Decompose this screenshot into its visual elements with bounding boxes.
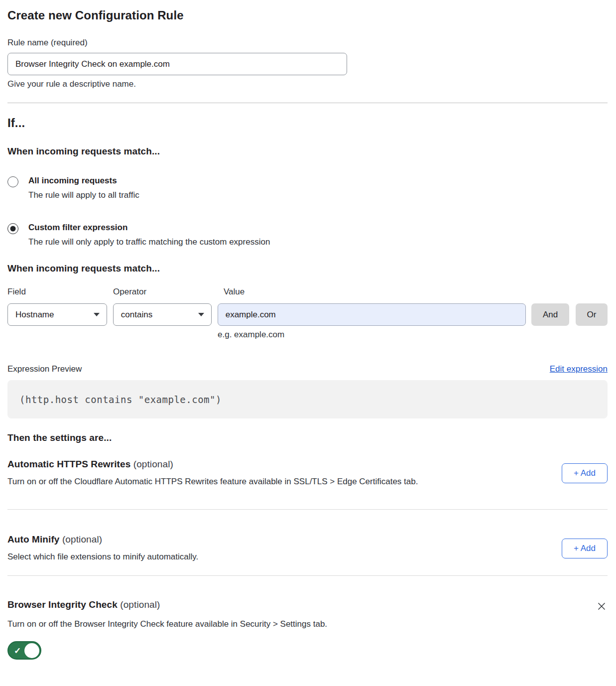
operator-select[interactable]: contains — [113, 303, 212, 326]
radio-label: All incoming requests — [28, 176, 139, 186]
setting-description: Turn on or off the Cloudflare Automatic … — [7, 476, 418, 487]
rule-name-input[interactable] — [7, 53, 347, 75]
expression-preview-header: Expression Preview Edit expression — [7, 364, 608, 374]
operator-label: Operator — [113, 287, 218, 297]
radio-label: Custom filter expression — [28, 223, 270, 233]
rule-name-group: Rule name (required) Give your rule a de… — [7, 38, 608, 89]
radio-option-custom-filter-expression[interactable]: Custom filter expression The rule will o… — [7, 223, 608, 247]
setting-section-automatic-https-rewrites: Automatic HTTPS Rewrites (optional) Turn… — [7, 459, 608, 510]
setting-title: Browser Integrity Check (optional) — [7, 599, 160, 610]
settings-heading: Then the settings are... — [7, 432, 608, 443]
section-divider — [7, 575, 608, 576]
chevron-down-icon — [94, 313, 100, 316]
close-icon — [597, 601, 607, 611]
optional-tag: (optional) — [62, 534, 102, 545]
add-auto-minify-button[interactable]: + Add — [562, 539, 608, 558]
setting-description: Select which file extensions to minify a… — [7, 551, 198, 562]
section-divider — [7, 509, 608, 510]
and-button[interactable]: And — [531, 303, 569, 326]
setting-description: Turn on or off the Browser Integrity Che… — [7, 619, 608, 629]
create-configuration-rule-form: Create new Configuration Rule Rule name … — [0, 0, 616, 662]
setting-section-browser-integrity-check: Browser Integrity Check (optional) Turn … — [7, 599, 608, 662]
check-icon: ✓ — [14, 646, 21, 655]
filter-heading: When incoming requests match... — [7, 263, 608, 274]
filter-expression-row: Hostname contains And Or — [7, 303, 608, 326]
setting-title: Automatic HTTPS Rewrites (optional) — [7, 459, 418, 470]
optional-tag: (optional) — [120, 599, 160, 610]
field-select[interactable]: Hostname — [7, 303, 107, 326]
toggle-knob — [24, 643, 39, 658]
optional-tag: (optional) — [133, 459, 173, 469]
match-heading: When incoming requests match... — [7, 146, 608, 157]
expression-preview-code: (http.host contains "example.com") — [7, 380, 608, 418]
if-heading: If... — [7, 116, 608, 130]
section-divider — [7, 103, 608, 103]
filter-column-labels: Field Operator Value — [7, 287, 608, 297]
radio-description: The rule will only apply to traffic matc… — [28, 237, 270, 247]
rule-name-help: Give your rule a descriptive name. — [7, 79, 608, 89]
rule-name-label: Rule name (required) — [7, 38, 608, 48]
or-button[interactable]: Or — [576, 303, 608, 326]
operator-select-value: contains — [121, 310, 152, 320]
radio-option-all-incoming-requests[interactable]: All incoming requests The rule will appl… — [7, 176, 608, 200]
value-input[interactable] — [218, 303, 526, 326]
value-label: Value — [224, 287, 245, 297]
chevron-down-icon — [198, 313, 204, 316]
radio-description: The rule will apply to all traffic — [28, 190, 139, 200]
setting-title: Auto Minify (optional) — [7, 534, 198, 545]
expression-preview-label: Expression Preview — [7, 364, 82, 374]
radio-button-selected[interactable] — [7, 223, 18, 234]
field-select-value: Hostname — [15, 310, 54, 320]
edit-expression-link[interactable]: Edit expression — [550, 364, 608, 374]
value-help: e.g. example.com — [218, 330, 608, 340]
radio-button-unselected[interactable] — [7, 176, 18, 187]
setting-section-auto-minify: Auto Minify (optional) Select which file… — [7, 534, 608, 576]
field-label: Field — [7, 287, 107, 297]
browser-integrity-check-toggle[interactable]: ✓ — [7, 641, 41, 660]
add-automatic-https-rewrites-button[interactable]: + Add — [562, 463, 608, 483]
close-button[interactable] — [596, 600, 608, 612]
page-title: Create new Configuration Rule — [7, 8, 608, 23]
